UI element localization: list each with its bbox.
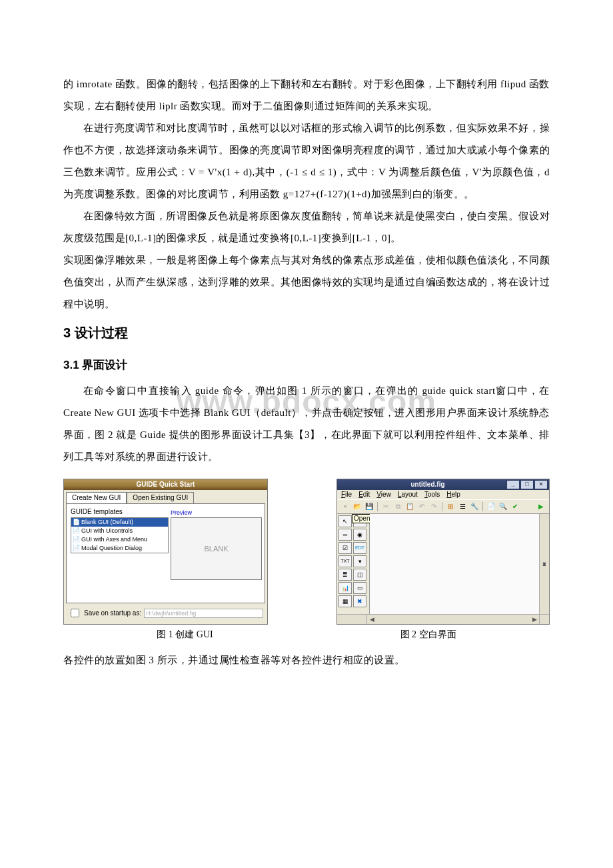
- heading-3: 3.1 界面设计: [63, 353, 550, 377]
- preview-content: BLANK: [171, 517, 262, 580]
- menu-help[interactable]: Help: [446, 491, 460, 499]
- paragraph-5: 在命令窗口中直接输入 guide 命令，弹出如图 1 所示的窗口，在弹出的 gu…: [63, 380, 550, 468]
- guide-titlebar: GUIDE Quick Start: [64, 479, 267, 490]
- horizontal-scrollbar[interactable]: ◀ ▶: [337, 614, 549, 624]
- radio-icon[interactable]: ◉: [353, 529, 366, 541]
- heading-2: 3 设计过程: [63, 318, 550, 347]
- toggle-icon[interactable]: ◫: [353, 569, 366, 581]
- matlab-icon: 📄: [73, 536, 79, 543]
- object-browser-icon[interactable]: ✔: [510, 501, 520, 512]
- edit-icon[interactable]: EDT: [353, 542, 366, 554]
- menu-tools[interactable]: Tools: [424, 491, 440, 499]
- popup-icon[interactable]: ▾: [353, 555, 366, 567]
- fig-titlebar: untitled.fig _ □ ×: [337, 479, 549, 490]
- menubar: File Edit View Layout Tools Help: [337, 490, 549, 499]
- templates-label: GUIDE templates: [71, 508, 261, 516]
- template-axes-menu[interactable]: 📄 GUI with Axes and Menu: [71, 535, 168, 544]
- template-uicontrols[interactable]: 📄 GUI with Uicontrols: [71, 527, 168, 535]
- component-palette: ↖ Open OK ═ ◉ ☑ EDT TXT ▾ ≣ ◫ 📊 ▭ ▦: [337, 514, 370, 614]
- templates-list[interactable]: 📄 Blank GUI (Default) 📄 GUI with Uicontr…: [71, 517, 169, 553]
- canvas-area: ↖ Open OK ═ ◉ ☑ EDT TXT ▾ ≣ ◫ 📊 ▭ ▦: [337, 514, 549, 614]
- save-on-startup-checkbox[interactable]: [71, 609, 79, 617]
- paragraph-3: 在图像特效方面，所谓图像反色就是将原图像灰度值翻转，简单说来就是使黑变白，使白变…: [63, 205, 550, 249]
- text-icon[interactable]: TXT: [338, 555, 352, 567]
- save-icon[interactable]: 💾: [364, 501, 374, 512]
- scroll-left-icon[interactable]: ◀: [367, 615, 376, 624]
- align-icon[interactable]: ⊞: [445, 501, 456, 512]
- maximize-button[interactable]: □: [520, 480, 534, 489]
- new-icon[interactable]: ▫: [340, 501, 350, 512]
- scroll-down-icon[interactable]: ▼: [540, 514, 549, 614]
- matlab-icon: 📄: [73, 519, 79, 526]
- separator: [442, 502, 442, 511]
- save-on-startup-row: Save on startup as:: [64, 605, 267, 623]
- menu-layout[interactable]: Layout: [398, 491, 418, 499]
- menu-edit[interactable]: Edit: [358, 491, 370, 499]
- guide-quick-start-window: GUIDE Quick Start Create New GUI Open Ex…: [63, 479, 268, 625]
- guide-tabs: Create New GUI Open Existing GUI: [64, 490, 267, 503]
- template-blank-gui[interactable]: 📄 Blank GUI (Default): [71, 518, 168, 527]
- run-icon[interactable]: ▶: [536, 501, 546, 512]
- figure-captions: 图 1 创建 GUI 图 2 空白界面: [63, 627, 550, 642]
- tab-create-new-gui[interactable]: Create New GUI: [66, 492, 127, 503]
- vertical-scrollbar[interactable]: ▲ ▼: [539, 514, 549, 614]
- mfile-icon[interactable]: 📄: [486, 501, 496, 512]
- toolbar-editor-icon[interactable]: 🔧: [469, 501, 480, 512]
- cut-icon[interactable]: ✂: [380, 501, 391, 512]
- matlab-icon: 📄: [73, 545, 79, 551]
- figures-row: GUIDE Quick Start Create New GUI Open Ex…: [63, 479, 550, 625]
- paragraph-6: 各控件的放置如图 3 所示，并通过属性检查器等对各控件进行相应的设置。: [63, 649, 550, 671]
- minimize-button[interactable]: _: [506, 480, 520, 489]
- caption-fig1: 图 1 创建 GUI: [63, 627, 306, 642]
- preview-box: Preview BLANK: [171, 517, 261, 579]
- menu-file[interactable]: File: [341, 491, 352, 499]
- open-tooltip: Open: [352, 514, 372, 523]
- select-tool-icon[interactable]: ↖: [338, 515, 352, 527]
- matlab-icon: 📄: [73, 528, 79, 535]
- slider-icon[interactable]: ═: [338, 529, 352, 541]
- preview-label: Preview: [171, 509, 192, 517]
- template-label: Blank GUI (Default): [81, 519, 133, 526]
- open-icon[interactable]: 📂: [352, 501, 362, 512]
- design-canvas[interactable]: [370, 514, 539, 614]
- copy-icon[interactable]: ⧉: [392, 501, 403, 512]
- close-button[interactable]: ×: [534, 480, 548, 489]
- separator: [377, 502, 378, 511]
- paragraph-1: 的 imrotate 函数。图像的翻转，包括图像的上下翻转和左右翻转。对于彩色图…: [63, 73, 550, 117]
- property-inspector-icon[interactable]: 🔍: [498, 501, 508, 512]
- paragraph-2: 在进行亮度调节和对比度调节时，虽然可以以对话框的形式输入调节的比例系数，但实际效…: [63, 117, 550, 205]
- checkbox-icon[interactable]: ☑: [338, 542, 352, 554]
- tab-open-existing-gui[interactable]: Open Existing GUI: [127, 492, 194, 503]
- listbox-icon[interactable]: ≣: [338, 569, 352, 581]
- scroll-right-icon[interactable]: ▶: [530, 615, 539, 624]
- template-label: GUI with Uicontrols: [81, 527, 133, 535]
- menu-view[interactable]: View: [376, 491, 391, 499]
- axes-icon[interactable]: 📊: [338, 582, 352, 594]
- menu-editor-icon[interactable]: ☰: [457, 501, 468, 512]
- paste-icon[interactable]: 📋: [404, 501, 415, 512]
- redo-icon[interactable]: ↷: [428, 501, 439, 512]
- buttongroup-icon[interactable]: ▦: [338, 595, 352, 607]
- save-on-startup-label: Save on startup as:: [84, 609, 141, 617]
- caption-fig2: 图 2 空白界面: [306, 627, 550, 642]
- activex-icon[interactable]: ✖: [353, 595, 366, 607]
- untitled-fig-window: untitled.fig _ □ × File Edit View Layout…: [336, 479, 550, 625]
- save-path-field[interactable]: [144, 609, 263, 618]
- template-label: GUI with Axes and Menu: [81, 536, 147, 543]
- undo-icon[interactable]: ↶: [416, 501, 427, 512]
- panel-icon[interactable]: ▭: [353, 582, 366, 594]
- separator: [482, 502, 483, 511]
- template-label: Modal Question Dialog: [81, 545, 142, 552]
- fig-title: untitled.fig: [410, 481, 444, 489]
- guide-tabpanel: GUIDE templates 📄 Blank GUI (Default) 📄 …: [66, 503, 265, 603]
- paragraph-4: 实现图像浮雕效果，一般是将图像上每个像素点与其对角线的像素点形成差值，使相似颜色…: [63, 249, 550, 315]
- toolbar: ▫ 📂 💾 ✂ ⧉ 📋 ↶ ↷ ⊞ ☰ 🔧 📄 🔍 ✔: [337, 499, 549, 514]
- template-modal-dialog[interactable]: 📄 Modal Question Dialog: [71, 544, 168, 553]
